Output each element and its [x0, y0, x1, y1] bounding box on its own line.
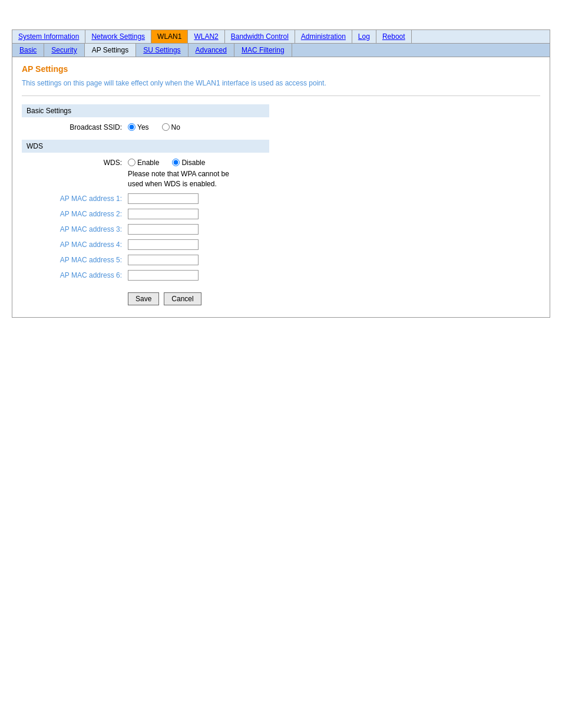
content-area: AP Settings This settings on this page w… — [12, 57, 550, 317]
mac-address-5-row: AP MAC address 5: — [34, 255, 540, 265]
broadcast-ssid-yes-label[interactable]: Yes — [128, 123, 149, 131]
sub-nav-ap-settings[interactable]: AP Settings — [85, 44, 136, 57]
top-nav-wlan1[interactable]: WLAN1 — [151, 30, 188, 43]
wds-enable-radio[interactable] — [128, 159, 135, 166]
mac-address-2-row: AP MAC address 2: — [34, 209, 540, 219]
mac-address-6-row: AP MAC address 6: — [34, 270, 540, 281]
cancel-button[interactable]: Cancel — [164, 292, 201, 305]
top-nav-wlan2[interactable]: WLAN2 — [188, 30, 224, 43]
wds-disable-text: Disable — [181, 159, 205, 167]
mac-address-4-input[interactable] — [128, 239, 199, 250]
mac-address-3-label: AP MAC address 3: — [34, 225, 128, 233]
broadcast-ssid-no-label[interactable]: No — [162, 123, 180, 131]
broadcast-ssid-no-radio[interactable] — [162, 123, 170, 131]
save-button[interactable]: Save — [128, 292, 159, 305]
mac-address-6-input[interactable] — [128, 270, 199, 281]
sub-nav-su-settings[interactable]: SU Settings — [136, 44, 188, 57]
broadcast-ssid-radio-group: Yes No — [128, 123, 180, 131]
mac-address-5-label: AP MAC address 5: — [34, 256, 128, 264]
sub-nav-basic[interactable]: Basic — [12, 44, 44, 57]
wds-disable-radio[interactable] — [172, 159, 180, 166]
mac-address-2-label: AP MAC address 2: — [34, 210, 128, 218]
mac-address-2-input[interactable] — [128, 209, 199, 219]
mac-address-1-row: AP MAC address 1: — [34, 193, 540, 204]
broadcast-ssid-row: Broadcast SSID: Yes No — [34, 123, 540, 131]
top-nav-network-settings[interactable]: Network Settings — [85, 30, 151, 43]
basic-settings-header: Basic Settings — [22, 104, 269, 117]
sub-nav-mac-filtering[interactable]: MAC Filtering — [234, 44, 292, 57]
wds-section: WDS WDS: Enable Disable — [22, 140, 540, 281]
sub-nav-advanced[interactable]: Advanced — [189, 44, 234, 57]
sub-navigation: Basic Security AP Settings SU Settings A… — [12, 44, 550, 57]
page-description: This settings on this page will take eff… — [22, 78, 540, 88]
wds-field-label: WDS: — [34, 159, 128, 167]
page-title: AP Settings — [22, 64, 540, 74]
broadcast-ssid-label: Broadcast SSID: — [34, 123, 128, 131]
wds-header: WDS — [22, 140, 269, 153]
broadcast-ssid-yes-radio[interactable] — [128, 123, 135, 131]
mac-address-1-input[interactable] — [128, 193, 199, 204]
mac-address-3-input[interactable] — [128, 224, 199, 235]
wds-field-row: WDS: Enable Disable Pleas — [34, 159, 540, 189]
top-nav-system-information[interactable]: System Information — [12, 30, 85, 43]
mac-address-6-label: AP MAC address 6: — [34, 271, 128, 279]
mac-address-5-input[interactable] — [128, 255, 199, 265]
wds-note: Please note that WPA cannot be used when… — [128, 169, 246, 189]
broadcast-ssid-yes-text: Yes — [137, 123, 149, 131]
mac-address-4-label: AP MAC address 4: — [34, 241, 128, 249]
wds-enable-label[interactable]: Enable — [128, 159, 159, 167]
top-nav-reboot[interactable]: Reboot — [376, 30, 412, 43]
broadcast-ssid-no-text: No — [171, 123, 180, 131]
wds-enable-text: Enable — [137, 159, 159, 167]
top-nav-log[interactable]: Log — [352, 30, 376, 43]
mac-address-4-row: AP MAC address 4: — [34, 239, 540, 250]
top-nav-bandwidth-control[interactable]: Bandwidth Control — [225, 30, 295, 43]
form-buttons: Save Cancel — [128, 292, 540, 305]
mac-address-1-label: AP MAC address 1: — [34, 195, 128, 203]
top-nav-administration[interactable]: Administration — [295, 30, 352, 43]
sub-nav-security[interactable]: Security — [44, 44, 84, 57]
top-navigation: System Information Network Settings WLAN… — [12, 30, 550, 44]
wds-disable-label[interactable]: Disable — [172, 159, 205, 167]
wds-radio-group: Enable Disable — [128, 159, 246, 167]
mac-address-3-row: AP MAC address 3: — [34, 224, 540, 235]
section-divider — [22, 95, 540, 96]
